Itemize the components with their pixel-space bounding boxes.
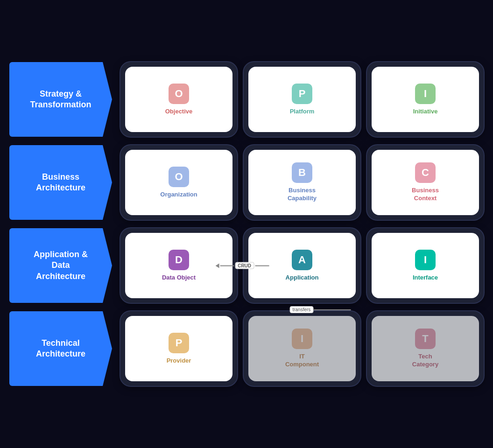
icon-box-2-1: A bbox=[292, 250, 312, 270]
card-inner-2-1: AApplication bbox=[248, 233, 356, 298]
row-label-0: Strategy &Transformation bbox=[9, 62, 112, 137]
icon-box-0-0: O bbox=[169, 84, 189, 104]
cards-row-2: DData ObjectAApplicationIInterfaceCRUDtr… bbox=[120, 228, 484, 303]
card-inner-2-2: IInterface bbox=[372, 233, 479, 298]
card-label-2-2: Interface bbox=[413, 274, 438, 282]
card-shell-2-1[interactable]: AApplication bbox=[244, 228, 360, 303]
icon-box-1-2: C bbox=[415, 162, 436, 183]
card-shell-3-0[interactable]: PProvider bbox=[120, 311, 237, 386]
icon-box-3-1: I bbox=[292, 329, 312, 349]
row-label-1: BusinessArchitecture bbox=[9, 145, 112, 220]
card-inner-0-0: OObjective bbox=[125, 67, 232, 132]
card-label-0-0: Objective bbox=[165, 108, 193, 116]
icon-box-3-2: T bbox=[415, 329, 436, 349]
card-label-1-2: BusinessContext bbox=[412, 187, 439, 203]
card-label-3-1: ITComponent bbox=[285, 353, 319, 369]
icon-box-3-0: P bbox=[169, 333, 189, 353]
card-shell-0-1[interactable]: PPlatform bbox=[244, 62, 360, 137]
row-label-2: Application &DataArchitecture bbox=[9, 228, 112, 303]
card-label-1-1: BusinessCapability bbox=[288, 187, 317, 203]
icon-box-0-2: I bbox=[415, 84, 436, 104]
icon-box-2-2: I bbox=[415, 250, 436, 270]
card-inner-3-2: TTechCategory bbox=[372, 316, 479, 381]
architecture-diagram: Strategy &TransformationOObjectivePPlatf… bbox=[9, 62, 484, 386]
card-shell-1-0[interactable]: OOrganization bbox=[120, 145, 237, 220]
cards-row-1: OOrganizationBBusinessCapabilityCBusines… bbox=[120, 145, 484, 220]
card-shell-2-2[interactable]: IInterface bbox=[367, 228, 484, 303]
card-label-0-1: Platform bbox=[290, 108, 315, 116]
card-label-0-2: Initiative bbox=[413, 108, 438, 116]
card-inner-1-0: OOrganization bbox=[125, 150, 232, 215]
icon-box-0-1: P bbox=[292, 84, 312, 104]
card-inner-1-1: BBusinessCapability bbox=[248, 150, 356, 215]
card-shell-0-2[interactable]: IInitiative bbox=[367, 62, 484, 137]
card-inner-0-1: PPlatform bbox=[248, 67, 356, 132]
card-label-1-0: Organization bbox=[160, 191, 197, 199]
card-inner-2-0: DData Object bbox=[125, 233, 232, 298]
card-shell-1-1[interactable]: BBusinessCapability bbox=[244, 145, 360, 220]
card-inner-3-1: IITComponent bbox=[248, 316, 356, 381]
card-inner-3-0: PProvider bbox=[125, 316, 232, 381]
card-shell-3-1[interactable]: IITComponent bbox=[244, 311, 360, 386]
card-label-2-1: Application bbox=[286, 274, 319, 282]
card-label-3-2: TechCategory bbox=[412, 353, 438, 369]
card-shell-0-0[interactable]: OObjective bbox=[120, 62, 237, 137]
cards-row-3: PProviderIITComponentTTechCategory bbox=[120, 311, 484, 386]
card-shell-2-0[interactable]: DData Object bbox=[120, 228, 237, 303]
icon-box-1-0: O bbox=[169, 167, 189, 187]
cards-row-0: OObjectivePPlatformIInitiative bbox=[120, 62, 484, 137]
card-inner-1-2: CBusinessContext bbox=[372, 150, 479, 215]
card-label-3-0: Provider bbox=[167, 357, 191, 365]
card-shell-3-2[interactable]: TTechCategory bbox=[367, 311, 484, 386]
card-inner-0-2: IInitiative bbox=[372, 67, 479, 132]
icon-box-1-1: B bbox=[292, 162, 312, 183]
row-label-3: TechnicalArchitecture bbox=[9, 311, 112, 386]
icon-box-2-0: D bbox=[169, 250, 189, 270]
card-shell-1-2[interactable]: CBusinessContext bbox=[367, 145, 484, 220]
card-label-2-0: Data Object bbox=[162, 274, 196, 282]
